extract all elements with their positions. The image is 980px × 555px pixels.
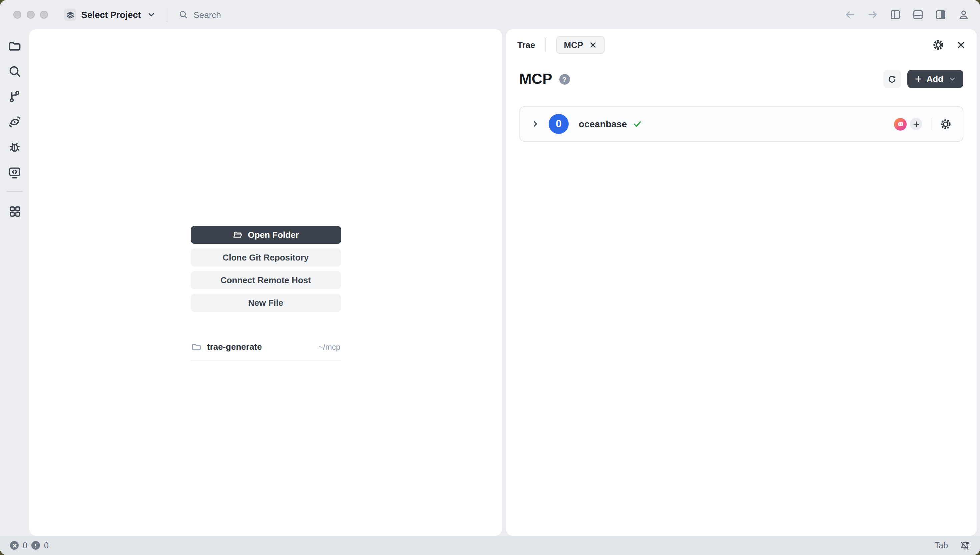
project-selector-label: Select Project <box>81 10 141 20</box>
search-placeholder: Search <box>194 10 221 20</box>
layers-icon <box>64 9 76 21</box>
welcome-actions: Open Folder Clone Git Repository Connect… <box>190 226 341 312</box>
mcp-panel: Trae MCP MCP <box>506 29 977 536</box>
workspace: Open Folder Clone Git Repository Connect… <box>0 29 980 536</box>
error-count: 0 <box>22 541 27 550</box>
add-agent-button[interactable] <box>910 118 922 130</box>
tab-mcp-label: MCP <box>564 40 583 50</box>
server-tool-count-badge: 0 <box>549 114 569 134</box>
recent-project-path: ~/mcp <box>318 342 341 351</box>
new-file-label: New File <box>248 298 283 308</box>
recent-project-item[interactable]: trae-generate ~/mcp <box>190 340 341 361</box>
sidebar-item-debug[interactable] <box>2 135 27 160</box>
close-icon[interactable] <box>589 41 596 48</box>
search-icon <box>179 10 188 19</box>
account-icon[interactable] <box>958 9 969 20</box>
tab-completion-label[interactable]: Tab <box>935 541 948 550</box>
panel-tab-actions <box>933 39 966 50</box>
sidebar-item-extensions[interactable] <box>2 199 27 224</box>
chevron-down-icon <box>148 11 156 19</box>
warning-icon <box>31 541 40 550</box>
sidebar-item-preview[interactable] <box>2 109 27 135</box>
git-branch-icon <box>8 90 21 103</box>
eye-icon <box>8 115 21 128</box>
arrow-right-icon[interactable] <box>868 9 878 20</box>
problems-indicator[interactable]: 0 0 <box>10 541 49 550</box>
mcp-server-row[interactable]: 0 oceanbase <box>519 106 963 142</box>
titlebar-divider <box>167 8 168 22</box>
panel-right-icon[interactable] <box>935 9 946 20</box>
server-settings-gear-icon[interactable] <box>940 118 951 130</box>
recent-projects: trae-generate ~/mcp <box>190 340 341 361</box>
window-controls <box>13 11 48 19</box>
activity-bar-divider <box>6 191 22 192</box>
activity-bar <box>0 29 29 536</box>
folder-icon <box>191 342 201 352</box>
chevron-down-icon <box>949 75 956 83</box>
terminal-icon <box>8 166 21 179</box>
open-folder-label: Open Folder <box>247 230 299 240</box>
chevron-right-icon[interactable] <box>531 120 539 128</box>
page-title: MCP <box>519 70 552 88</box>
sidebar-item-source-control[interactable] <box>2 84 27 109</box>
open-folder-icon <box>232 230 243 240</box>
window-minimize-button[interactable] <box>27 11 35 19</box>
trae-ide-window: Select Project Search <box>0 0 980 555</box>
gear-icon[interactable] <box>933 39 944 50</box>
clone-git-repository-label: Clone Git Repository <box>223 252 309 263</box>
add-button-label: Add <box>926 74 943 84</box>
error-icon <box>10 541 19 550</box>
project-selector[interactable]: Select Project <box>64 9 156 21</box>
panel-bottom-icon[interactable] <box>913 9 923 20</box>
plus-icon <box>914 75 922 83</box>
clone-git-repository-button[interactable]: Clone Git Repository <box>190 249 341 266</box>
bell-muted-icon[interactable] <box>959 540 970 551</box>
titlebar: Select Project Search <box>0 0 980 29</box>
agent-avatar[interactable] <box>894 118 907 130</box>
connect-remote-host-label: Connect Remote Host <box>220 275 311 285</box>
mcp-header-actions: Add <box>883 70 963 88</box>
panel-left-icon[interactable] <box>890 9 901 20</box>
panel-tab-bar: Trae MCP <box>506 29 977 60</box>
connect-remote-host-button[interactable]: Connect Remote Host <box>190 271 341 289</box>
server-row-divider <box>931 118 931 130</box>
server-name: oceanbase <box>579 119 627 129</box>
check-icon <box>633 119 642 128</box>
help-icon[interactable]: ? <box>559 74 570 84</box>
mcp-header: MCP ? Add <box>506 60 977 88</box>
refresh-button[interactable] <box>883 70 901 88</box>
bug-icon <box>8 141 21 154</box>
tab-mcp[interactable]: MCP <box>556 36 605 54</box>
sidebar-item-terminal[interactable] <box>2 160 27 185</box>
open-folder-button[interactable]: Open Folder <box>190 226 341 244</box>
window-close-button[interactable] <box>13 11 21 19</box>
add-button[interactable]: Add <box>907 70 963 88</box>
window-zoom-button[interactable] <box>40 11 48 19</box>
sidebar-item-search[interactable] <box>2 59 27 84</box>
warning-count: 0 <box>44 541 49 550</box>
grid-icon <box>8 205 21 218</box>
refresh-icon <box>887 74 896 83</box>
welcome-panel: Open Folder Clone Git Repository Connect… <box>29 29 502 536</box>
sidebar-item-explorer[interactable] <box>2 33 27 59</box>
titlebar-actions <box>845 9 969 20</box>
arrow-left-icon[interactable] <box>845 9 855 20</box>
close-icon[interactable] <box>957 40 966 49</box>
search-icon <box>8 65 21 78</box>
recent-project-name: trae-generate <box>207 342 262 352</box>
global-search[interactable]: Search <box>179 10 221 20</box>
server-row-actions <box>894 118 951 130</box>
status-bar: 0 0 Tab <box>0 536 980 555</box>
tab-trae[interactable]: Trae <box>517 40 535 50</box>
app-window-scaler: Select Project Search <box>0 0 980 555</box>
folder-icon <box>8 39 21 53</box>
status-bar-right: Tab <box>935 540 970 551</box>
new-file-button[interactable]: New File <box>190 294 341 312</box>
tab-divider <box>545 38 546 51</box>
